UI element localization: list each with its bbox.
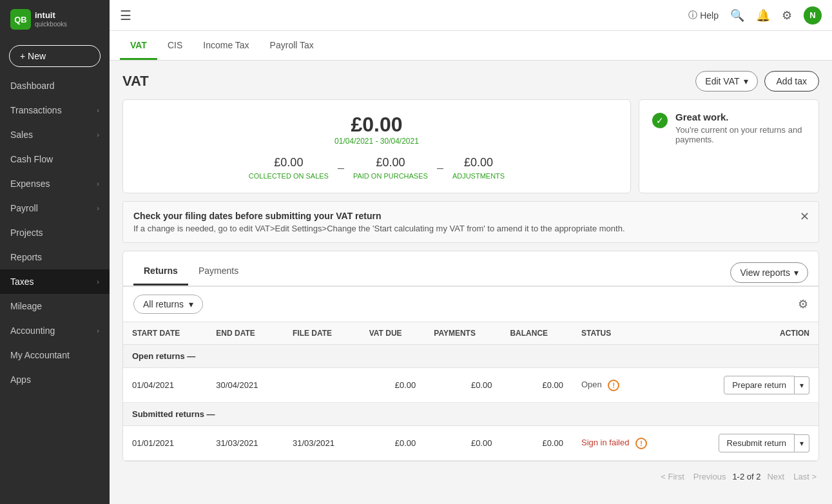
sidebar-item-label: Payroll [10,203,38,213]
warning-icon: ! [635,438,647,449]
vat-main-card: £0.00 01/04/2021 - 30/04/2021 £0.00 COLL… [122,99,631,193]
all-returns-dropdown[interactable]: All returns ▾ [133,295,203,314]
sidebar-item-cashflow[interactable]: Cash Flow [0,147,110,171]
next-page-link[interactable]: Next [764,470,787,483]
sidebar-item-projects[interactable]: Projects [0,220,110,245]
minus-icon-1: – [338,161,344,175]
last-page-link[interactable]: Last > [791,470,819,483]
search-icon[interactable]: 🔍 [730,8,744,23]
sidebar-item-label: Apps [10,374,31,385]
tab-returns[interactable]: Returns [133,259,188,286]
qb-logo-icon: QB [10,9,31,30]
collected-amount: £0.00 [249,156,329,170]
open-payments: £0.00 [425,368,501,403]
tab-bar: VAT CIS Income Tax Payroll Tax [110,31,832,61]
chevron-down-icon: ▾ [744,76,748,86]
submitted-status: Sign in failed ! [572,426,679,461]
vat-actions: Edit VAT ▾ Add tax [695,71,819,92]
edit-vat-button[interactable]: Edit VAT ▾ [695,71,757,92]
vat-header: VAT Edit VAT ▾ Add tax [110,61,832,99]
view-reports-label: View reports [740,267,790,278]
add-tax-button[interactable]: Add tax [764,71,819,92]
tab-income-tax[interactable]: Income Tax [193,31,259,60]
gear-icon[interactable]: ⚙ [782,8,792,23]
page-title: VAT [122,73,149,90]
menu-icon[interactable]: ☰ [120,8,131,23]
chevron-right-icon: › [97,106,99,114]
status-card-text: Great work. You're current on your retur… [675,111,806,144]
bell-icon[interactable]: 🔔 [756,8,770,23]
content-area: VAT CIS Income Tax Payroll Tax VAT Edit … [110,31,832,504]
submitted-balance: £0.00 [501,426,572,461]
chevron-down-icon: ▾ [794,267,798,278]
sidebar-item-reports[interactable]: Reports [0,245,110,269]
open-status: Open ! [572,368,679,403]
paid-label: PAID ON PURCHASES [353,172,428,180]
tab-payroll-tax[interactable]: Payroll Tax [260,31,324,60]
filter-row: All returns ▾ ⚙ [123,287,818,322]
alert-close-button[interactable]: ✕ [800,209,809,224]
col-vat-due: VAT DUE [360,322,425,345]
vat-status-card: ✓ Great work. You're current on your ret… [639,99,819,193]
col-status: STATUS [572,322,679,345]
help-circle-icon: ⓘ [688,10,697,21]
page-info: 1-2 of 2 [732,472,760,481]
warning-icon: ! [608,380,619,391]
sidebar-item-sales[interactable]: Sales › [0,122,110,147]
sidebar-item-transactions[interactable]: Transactions › [0,98,110,122]
sidebar-item-expenses[interactable]: Expenses › [0,171,110,196]
submitted-action-group: Resubmit return ▾ [688,434,809,452]
sidebar-item-label: Projects [10,228,43,238]
topbar-left: ☰ [120,8,131,23]
sidebar-item-label: Dashboard [10,81,55,91]
sidebar-item-label: Taxes [10,276,34,287]
sidebar-item-payroll[interactable]: Payroll › [0,196,110,220]
sidebar-item-taxes[interactable]: Taxes › [0,269,110,294]
adjustments-col: £0.00 ADJUSTMENTS [452,156,505,180]
submitted-action-cell: Resubmit return ▾ [679,426,818,461]
sidebar-item-accountant[interactable]: My Accountant [0,343,110,367]
tab-payments[interactable]: Payments [188,259,249,286]
main-area: ☰ ⓘ Help 🔍 🔔 ⚙ N VAT CIS Income Tax Payr… [110,0,832,504]
previous-page-link[interactable]: Previous [691,470,729,483]
view-reports-button[interactable]: View reports ▾ [730,262,808,283]
chevron-down-icon: ▾ [189,299,193,309]
group-open-label: Open returns — [123,345,818,368]
alert-title: Check your filing dates before submittin… [133,211,808,221]
tab-vat[interactable]: VAT [120,31,157,60]
sidebar-item-label: Expenses [10,179,50,189]
open-balance: £0.00 [501,368,572,403]
status-open-text: Open [581,380,602,389]
alert-banner: Check your filing dates before submittin… [122,201,819,243]
avatar[interactable]: N [804,6,822,24]
sidebar-item-apps[interactable]: Apps [0,367,110,392]
pagination: < First Previous 1-2 of 2 Next Last > [110,461,832,492]
col-balance: BALANCE [501,322,572,345]
col-start-date: START DATE [123,322,207,345]
status-card-title: Great work. [675,111,806,122]
resubmit-return-chevron[interactable]: ▾ [795,434,809,452]
open-end-date: 30/04/2021 [207,368,284,403]
returns-table: START DATE END DATE FILE DATE VAT DUE PA… [123,322,818,461]
returns-tabs: Returns Payments [133,259,249,286]
first-page-link[interactable]: < First [658,470,686,483]
sidebar-item-label: Sales [10,130,33,140]
prepare-return-button[interactable]: Prepare return [724,376,795,394]
prepare-return-chevron[interactable]: ▾ [795,376,809,394]
table-row: 01/04/2021 30/04/2021 £0.00 £0.00 £0.00 … [123,368,818,403]
new-button[interactable]: + New [9,45,101,67]
sidebar-item-accounting[interactable]: Accounting › [0,318,110,343]
sidebar-item-mileage[interactable]: Mileage [0,294,110,318]
submitted-start-date: 01/01/2021 [123,426,207,461]
collected-col: £0.00 COLLECTED ON SALES [249,156,329,180]
resubmit-return-button[interactable]: Resubmit return [719,434,795,452]
sidebar-item-label: Transactions [10,105,62,115]
help-button[interactable]: ⓘ Help [688,10,719,21]
sidebar-item-dashboard[interactable]: Dashboard [0,73,110,98]
topbar: ☰ ⓘ Help 🔍 🔔 ⚙ N [110,0,832,31]
tab-cis[interactable]: CIS [157,31,193,60]
collected-label: COLLECTED ON SALES [249,172,329,180]
settings-icon[interactable]: ⚙ [798,297,808,311]
filter-label: All returns [143,299,184,309]
col-file-date: FILE DATE [284,322,360,345]
